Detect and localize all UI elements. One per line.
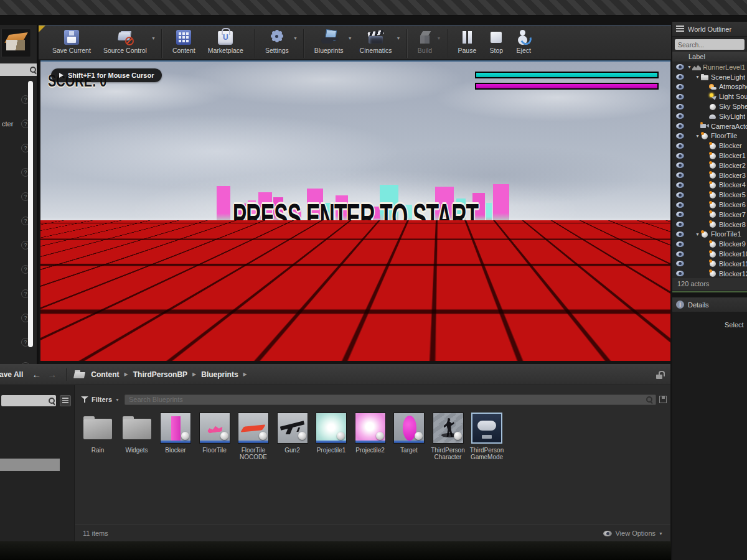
outliner-row-cameraactor[interactable]: CameraActor	[672, 121, 747, 131]
visibility-eye-icon[interactable]	[676, 84, 684, 90]
outliner-row-blocker2[interactable]: Blocker2	[672, 161, 747, 170]
asset-projectile2[interactable]: Projectile2	[354, 413, 387, 460]
outliner-row-light-source[interactable]: Light Source	[672, 91, 747, 101]
lock-icon[interactable]	[656, 371, 663, 379]
asset-target[interactable]: Target	[392, 413, 426, 460]
view-options-button[interactable]: View Options ▼	[603, 530, 663, 537]
visibility-eye-icon[interactable]	[676, 123, 684, 129]
visibility-eye-icon[interactable]	[676, 212, 684, 217]
visibility-eye-icon[interactable]	[676, 261, 684, 266]
visibility-eye-icon[interactable]	[676, 202, 684, 208]
asset-blocker[interactable]: Blocker	[159, 413, 192, 460]
visibility-eye-icon[interactable]	[676, 162, 684, 168]
toolbar-button-stop[interactable]: Stop	[482, 28, 510, 54]
outliner-search-input[interactable]	[675, 41, 745, 49]
left-panel-scrollbar[interactable]	[28, 81, 33, 347]
forward-arrow-icon[interactable]: →	[47, 370, 57, 379]
list-view-button[interactable]	[60, 395, 71, 406]
asset-floortile[interactable]: FloorTile	[198, 413, 232, 460]
window-titlebar[interactable]	[0, 0, 747, 16]
toolbar-button-save-current[interactable]: Save Current	[46, 28, 97, 54]
back-arrow-icon[interactable]: ←	[32, 370, 41, 379]
asset-widgets[interactable]: Widgets	[120, 413, 154, 460]
outliner-row-floortile1[interactable]: ▼FloorTile1	[672, 230, 747, 240]
outliner-column-header[interactable]: Label	[672, 52, 747, 62]
outliner-row-runnerlevel1[interactable]: ▼RunnerLevel1	[672, 62, 747, 72]
toolbar-button-marketplace[interactable]: Marketplace	[202, 28, 250, 54]
save-search-icon[interactable]	[659, 396, 667, 403]
left-panel-row[interactable]: ner?	[0, 354, 39, 364]
asset-thirdperson-gamemode[interactable]: ThirdPerson GameMode	[470, 413, 504, 460]
bp-icon	[708, 161, 717, 169]
left-panel-search[interactable]	[0, 63, 37, 76]
asset-projectile1[interactable]: Projectile1	[314, 413, 348, 460]
outliner-row-blocker7[interactable]: Blocker7	[672, 210, 747, 220]
expand-arrow-icon[interactable]: ▼	[695, 134, 700, 138]
visibility-eye-icon[interactable]	[676, 133, 684, 139]
chevron-down-icon[interactable]: ▼	[115, 398, 120, 402]
outliner-row-label: Blocker7	[719, 211, 746, 218]
outliner-row-blocker10[interactable]: Blocker10	[672, 249, 747, 259]
outliner-row-sky-sphere[interactable]: Sky Sphere	[672, 101, 747, 111]
asset-rain[interactable]: Rain	[81, 413, 115, 460]
visibility-eye-icon[interactable]	[676, 271, 684, 276]
asset-floortile-nocode[interactable]: FloorTile NOCODE	[237, 413, 270, 460]
outliner-row-blocker4[interactable]: Blocker4	[672, 180, 747, 190]
left-panel-search-input[interactable]	[0, 65, 29, 75]
visibility-eye-icon[interactable]	[676, 192, 684, 198]
visibility-eye-icon[interactable]	[676, 113, 684, 119]
outliner-row-blocker8[interactable]: Blocker8	[672, 220, 747, 230]
toolbar-button-pause[interactable]: Pause	[452, 28, 483, 54]
expand-arrow-icon[interactable]: ▼	[687, 65, 692, 69]
outliner-search[interactable]	[675, 39, 745, 50]
toolbar-button-cinematics[interactable]: ▼Cinematics	[354, 28, 402, 54]
asset-gun2[interactable]: Gun2	[276, 413, 309, 460]
breadcrumb-thirdpersonbp[interactable]: ThirdPersonBP	[133, 370, 187, 379]
sources-search-input[interactable]	[1, 397, 48, 404]
visibility-eye-icon[interactable]	[676, 153, 684, 159]
outliner-row-atmosphericfog[interactable]: AtmosphericFog	[672, 82, 747, 92]
expand-arrow-icon[interactable]: ▼	[695, 75, 700, 79]
visibility-eye-icon[interactable]	[676, 94, 684, 100]
visibility-eye-icon[interactable]	[676, 251, 684, 257]
outliner-row-floortile[interactable]: ▼FloorTile	[672, 131, 747, 141]
details-header[interactable]: i Details	[672, 297, 747, 312]
visibility-eye-icon[interactable]	[676, 241, 684, 247]
outliner-row-blocker9[interactable]: Blocker9	[672, 239, 747, 249]
visibility-eye-icon[interactable]	[676, 104, 684, 110]
visibility-eye-icon[interactable]	[676, 64, 684, 70]
asset-search-input[interactable]	[125, 396, 646, 403]
visibility-eye-icon[interactable]	[676, 172, 684, 178]
outliner-row-blocker6[interactable]: Blocker6	[672, 200, 747, 210]
outliner-row-blocker[interactable]: Blocker	[672, 141, 747, 151]
filters-button[interactable]: Filters	[92, 396, 112, 403]
outliner-row-skylight[interactable]: SkyLight	[672, 111, 747, 121]
toolbar-button-settings[interactable]: ▼Settings	[259, 28, 299, 54]
breadcrumb-blueprints[interactable]: Blueprints	[201, 370, 238, 379]
expand-arrow-icon[interactable]: ▼	[695, 232, 700, 236]
visibility-eye-icon[interactable]	[676, 143, 684, 149]
visibility-eye-icon[interactable]	[676, 182, 684, 188]
dropdown-arrow-icon: ▼	[151, 36, 156, 40]
world-outliner-header[interactable]: World Outliner	[672, 22, 747, 37]
outliner-row-blocker5[interactable]: Blocker5	[672, 190, 747, 200]
outliner-row-scenelight[interactable]: ▼SceneLight	[672, 72, 747, 82]
visibility-eye-icon[interactable]	[676, 231, 684, 237]
game-viewport[interactable]: SCORE: 0 Shift+F1 for Mouse Cursor PRESS…	[40, 60, 670, 361]
asset-search[interactable]	[125, 394, 656, 405]
outliner-row-blocker3[interactable]: Blocker3	[672, 170, 747, 180]
sources-search[interactable]	[1, 395, 56, 406]
outliner-row-blocker11[interactable]: Blocker11	[672, 259, 747, 269]
save-all-button[interactable]: Save All	[0, 370, 23, 379]
outliner-row-blocker1[interactable]: Blocker1	[672, 151, 747, 161]
toolbar-button-build[interactable]: ▼Build	[411, 28, 443, 54]
toolbar-button-content[interactable]: Content	[166, 28, 202, 54]
collections-bar[interactable]	[0, 459, 60, 471]
asset-thirdperson-character[interactable]: ThirdPerson Character	[431, 413, 465, 460]
toolbar-button-eject[interactable]: Eject	[510, 28, 537, 54]
breadcrumb-content[interactable]: Content	[91, 370, 119, 379]
toolbar-button-source-control[interactable]: ▼Source Control	[97, 28, 157, 54]
visibility-eye-icon[interactable]	[676, 222, 684, 227]
visibility-eye-icon[interactable]	[676, 74, 684, 80]
toolbar-button-blueprints[interactable]: ▼Blueprints	[308, 28, 354, 54]
